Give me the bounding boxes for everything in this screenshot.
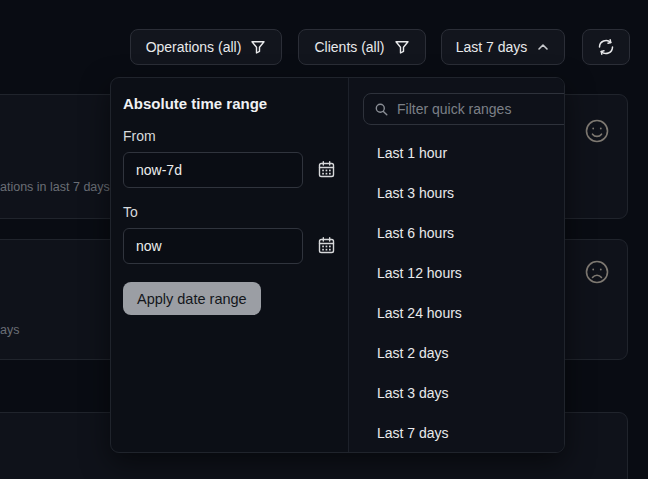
time-range-button[interactable]: Last 7 days [441, 29, 565, 65]
quick-ranges-search [363, 93, 565, 125]
absolute-time-range-section: Absolute time range From To [111, 78, 348, 452]
search-icon [374, 102, 389, 117]
sad-face-icon [583, 258, 611, 286]
clients-filter-label: Clients (all) [314, 39, 384, 55]
card-subtitle: ays [0, 323, 19, 337]
quick-range-option[interactable]: Last 7 days [361, 413, 565, 453]
quick-ranges-section: Last 1 hourLast 3 hoursLast 6 hoursLast … [348, 78, 565, 452]
quick-range-option[interactable]: Last 12 hours [361, 253, 565, 293]
from-input[interactable] [123, 152, 303, 188]
quick-range-option[interactable]: Last 2 days [361, 333, 565, 373]
time-picker-dropdown: Absolute time range From To [110, 77, 565, 453]
to-calendar-button[interactable] [316, 236, 336, 256]
operations-filter-button[interactable]: Operations (all) [130, 29, 282, 65]
from-label: From [123, 128, 336, 144]
calendar-icon [317, 236, 336, 255]
to-label: To [123, 204, 336, 220]
operations-filter-label: Operations (all) [146, 39, 242, 55]
refresh-icon [597, 38, 615, 56]
quick-ranges-list: Last 1 hourLast 3 hoursLast 6 hoursLast … [361, 133, 565, 453]
time-range-label: Last 7 days [456, 39, 528, 55]
filter-quick-ranges-input[interactable] [397, 101, 565, 117]
quick-range-option[interactable]: Last 24 hours [361, 293, 565, 333]
quick-range-option[interactable]: Last 1 hour [361, 133, 565, 173]
quick-range-option[interactable]: Last 6 hours [361, 213, 565, 253]
quick-range-option[interactable]: Last 3 hours [361, 173, 565, 213]
chevron-up-icon [536, 40, 550, 54]
from-calendar-button[interactable] [316, 160, 336, 180]
refresh-button[interactable] [582, 29, 630, 65]
quick-range-option[interactable]: Last 3 days [361, 373, 565, 413]
smiley-face-icon [583, 117, 611, 145]
clients-filter-button[interactable]: Clients (all) [298, 29, 426, 65]
to-input[interactable] [123, 228, 303, 264]
absolute-time-range-title: Absolute time range [123, 95, 336, 112]
calendar-icon [317, 160, 336, 179]
filter-funnel-icon [250, 39, 266, 55]
apply-date-range-button[interactable]: Apply date range [123, 282, 261, 315]
card-subtitle: ations in last 7 days [0, 180, 110, 194]
filter-funnel-icon [394, 39, 410, 55]
